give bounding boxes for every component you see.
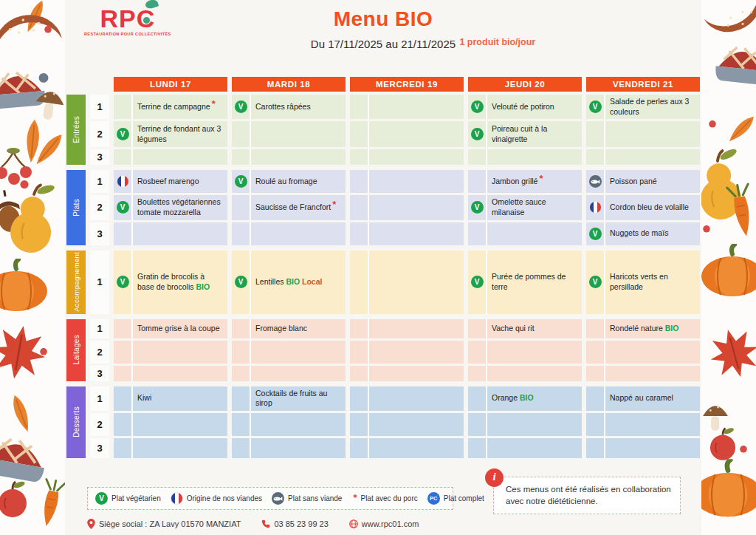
dish-name: Poireau cuit à la vinaigrette [487,121,582,147]
dish-name [369,251,464,314]
menu-cell: VOmelette sauce milanaise [468,195,582,219]
dish-name [133,149,227,165]
cell-icon-zone [350,366,369,381]
pumpkin-illustration [701,244,756,300]
info-icon: i [485,468,504,487]
menu-cell [232,413,346,436]
legend-label: Plat avec du porc [360,494,417,502]
bio-tag: BIO [665,324,679,333]
dish-name [605,366,700,381]
menu-cell [350,319,464,338]
cell-icon-zone [232,121,251,147]
menu-cell [468,149,582,165]
menu-section-desserts: Desserts1KiwiCocktails de fruits au siro… [66,386,700,458]
row-number: 1 [90,319,109,338]
cell-icon-zone [468,386,487,411]
fish-icon [589,175,602,188]
menu-cell [114,438,227,458]
section-label: Accompagnement [66,251,86,314]
cell-icon-zone [468,319,487,338]
menu-cell [350,121,464,147]
vegetarian-icon: V [471,201,484,214]
website-item[interactable]: www.rpc01.com [349,519,419,528]
dish-name: Boulettes végétariennes tomate mozzarell… [133,195,227,219]
menu-section-plats: Plats1Rosbeef marengoVRoulé au fromageJa… [66,170,700,245]
pear-illustration [5,180,59,262]
row-number: 3 [90,366,109,381]
menu-section-laitages: Laitages1Tomme grise à la coupeFromage b… [66,319,700,381]
day-header: JEUDI 20 [468,77,582,92]
menu-cell [350,366,464,381]
cell-icon-zone [232,413,251,436]
cell-icon-zone [468,438,487,458]
cell-icon-zone [350,438,369,458]
bio-tag: BIO [196,282,210,291]
menu-cell [350,170,464,193]
dish-name: Omelette sauce milanaise [487,195,582,219]
row-number: 3 [90,438,109,458]
dish-name: Velouté de potiron [487,95,582,119]
globe-icon [349,519,358,528]
cell-icon-zone: V [114,121,133,147]
row-number: 2 [90,195,109,219]
section-label: Desserts [66,386,86,458]
cell-icon-zone [232,222,251,245]
menu-section-accompagnement: Accompagnement1VGratin de brocolis à bas… [66,251,700,314]
dietitian-note: i Ces menus ont été réalisés en collabor… [493,477,681,514]
menu-cell [586,149,700,165]
vegetarian-icon: V [589,228,602,240]
menu-cell [468,222,582,245]
row-number: 1 [90,251,109,314]
cell-icon-zone [468,149,487,165]
berry-illustration [40,347,48,357]
legend-label: Plat sans viande [288,494,342,502]
menu-cell [468,438,582,458]
dish-name [251,341,346,364]
menu-cell [232,438,346,458]
dish-name [369,319,464,338]
menu-cell [586,341,700,364]
dish-name [369,386,464,411]
cell-icon-zone [114,341,133,364]
dish-name [133,366,227,381]
menu-cell: VVelouté de potiron [468,95,582,119]
menu-cell: Orange BIO [468,386,582,411]
dish-name [487,438,582,458]
dish-name: Orange BIO [487,386,582,411]
dish-name: Rondelé nature BIO [605,319,700,338]
menu-cell [350,149,464,165]
pumpkin-illustration [0,259,50,315]
cell-icon-zone [350,413,369,436]
dish-name [251,222,346,245]
dish-name [369,222,464,245]
cell-icon-zone [232,438,251,458]
row-number: 1 [90,95,109,119]
menu-cell [232,341,346,364]
cell-icon-zone: V [232,251,251,314]
legend-box: VPlat végétarienOrigine de nos viandesPl… [87,487,453,510]
cell-icon-zone [232,386,251,411]
vegetarian-icon: V [117,128,129,140]
dish-name [369,366,464,381]
legend-label: Plat complet [444,494,484,502]
cell-icon-zone [114,413,133,436]
day-header-spacer [90,77,109,92]
menu-cell [586,366,700,381]
cell-icon-zone [114,366,133,381]
dish-name: Roulé au fromage [251,170,346,193]
dish-name [251,438,346,458]
menu-cell: VLentilles BIO Local [232,251,346,314]
dish-name: Kiwi [133,386,227,411]
dish-name: Lentilles BIO Local [251,251,346,314]
dish-name [369,341,464,364]
header: RPC RESTAURATION POUR COLLECTIVITÉS Menu… [65,0,701,77]
day-header: MERCREDI 19 [350,77,464,92]
cell-icon-zone [586,366,605,381]
dish-name [487,341,582,364]
dish-name: Cocktails de fruits au sirop [251,386,346,411]
menu-cell [232,222,346,245]
berry-illustration [709,120,717,129]
menu-cell: Rondelé nature BIO [586,319,700,338]
cell-icon-zone [468,341,487,364]
dish-name: Fromage blanc [251,319,346,338]
